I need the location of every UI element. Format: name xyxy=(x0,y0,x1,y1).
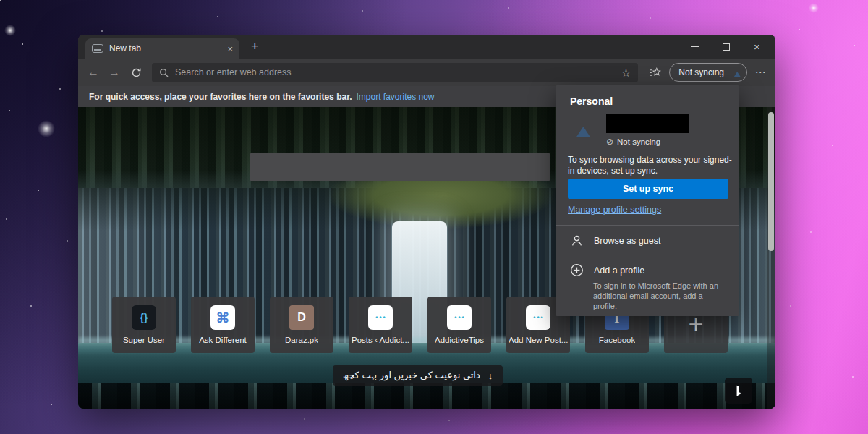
bing-logo[interactable] xyxy=(725,378,752,404)
sync-status-label: Not syncing xyxy=(617,137,660,146)
bright-star xyxy=(38,120,55,137)
site-favicon: ⌘ xyxy=(210,305,235,330)
favorite-star-icon[interactable]: ☆ xyxy=(621,67,631,78)
profile-dropdown-panel: Personal ⊘ Not syncing To sync browsing … xyxy=(556,85,739,316)
profile-button-not-syncing[interactable]: Not syncing xyxy=(669,63,747,82)
tab-close-icon[interactable]: × xyxy=(227,44,233,54)
add-profile-icon xyxy=(570,263,584,277)
browse-as-guest-label: Browse as guest xyxy=(594,236,660,246)
tile-posts-addictivetips[interactable]: ••• Posts ‹ Addict... xyxy=(349,297,412,353)
tile-label: Daraz.pk xyxy=(285,336,318,344)
search-box-redacted[interactable] xyxy=(250,153,550,181)
tab-bar: New tab × + × xyxy=(78,35,775,59)
minimize-button[interactable] xyxy=(679,35,710,59)
add-profile-item[interactable]: Add a profile xyxy=(570,263,644,277)
new-tab-button[interactable]: + xyxy=(251,39,259,54)
panel-title: Personal xyxy=(570,95,613,107)
site-favicon: ••• xyxy=(368,305,393,330)
site-favicon: ••• xyxy=(526,305,550,330)
favorites-hint-text: For quick access, place your favorites h… xyxy=(89,92,352,102)
site-favicon: {} xyxy=(132,305,156,330)
back-button[interactable]: ← xyxy=(85,66,101,79)
browse-as-guest-item[interactable]: Browse as guest xyxy=(570,234,660,247)
guest-icon xyxy=(570,234,584,247)
news-feed-caption[interactable]: ذاتی نوعیت کی خبریں اور بہت کچھ ↓ xyxy=(333,365,503,386)
sync-status: ⊘ Not syncing xyxy=(606,137,660,147)
forward-button[interactable]: → xyxy=(106,66,122,79)
window-controls: × xyxy=(679,35,773,59)
profile-button-label: Not syncing xyxy=(678,67,724,77)
tab-new-tab[interactable]: New tab × xyxy=(85,38,239,59)
address-placeholder: Search or enter web address xyxy=(175,67,615,77)
down-arrow-icon: ↓ xyxy=(488,370,493,381)
scrollbar-thumb[interactable] xyxy=(768,112,774,251)
browser-window: New tab × + × ← → xyxy=(78,35,775,409)
favorites-bar-icon[interactable] xyxy=(645,67,664,78)
tile-label: Facebook xyxy=(599,336,636,344)
tile-label: Posts ‹ Addict... xyxy=(352,336,409,344)
caption-text: ذاتی نوعیت کی خبریں اور بہت کچھ xyxy=(343,370,480,381)
address-bar[interactable]: Search or enter web address ☆ xyxy=(152,63,638,82)
desktop-background: New tab × + × ← → xyxy=(0,0,868,434)
refresh-button[interactable] xyxy=(127,67,145,78)
maximize-button[interactable] xyxy=(710,35,741,59)
tile-ask-different[interactable]: ⌘ Ask Different xyxy=(191,297,255,353)
search-icon xyxy=(159,68,169,77)
toolbar: ← → Search or enter web address ☆ xyxy=(78,59,775,86)
profile-name-redacted xyxy=(606,114,689,133)
add-profile-label: Add a profile xyxy=(594,265,644,276)
site-favicon: D xyxy=(289,305,314,330)
sync-off-icon: ⊘ xyxy=(606,137,613,147)
refresh-icon xyxy=(131,67,142,78)
bing-b-icon xyxy=(733,384,745,398)
tile-label: Super User xyxy=(123,336,165,344)
new-tab-page-icon xyxy=(92,44,103,53)
wallpaper-rocks xyxy=(78,383,775,409)
bright-star xyxy=(809,3,819,13)
tile-label: AddictiveTips xyxy=(435,336,484,344)
window-close-button[interactable]: × xyxy=(741,35,773,59)
import-favorites-link[interactable]: Import favorites now xyxy=(356,92,434,102)
add-profile-hint: To sign in to Microsoft Edge with an add… xyxy=(593,281,726,311)
site-favicon: ••• xyxy=(447,305,472,330)
divider xyxy=(556,225,739,226)
tile-addictivetips[interactable]: ••• AddictiveTips xyxy=(427,297,491,353)
set-up-sync-button[interactable]: Set up sync xyxy=(568,179,728,199)
tile-daraz[interactable]: D Daraz.pk xyxy=(270,297,333,353)
tab-title: New tab xyxy=(109,43,221,54)
profile-avatar xyxy=(730,65,745,80)
scrollbar[interactable] xyxy=(767,107,775,409)
settings-more-icon[interactable]: ⋯ xyxy=(752,66,768,79)
tile-label: Add New Post... xyxy=(509,336,568,344)
bright-star xyxy=(4,25,16,36)
profile-avatar-large xyxy=(570,114,599,142)
tile-label: Ask Different xyxy=(199,336,247,344)
sync-description: To sync browsing data across your signed… xyxy=(568,155,732,176)
tile-super-user[interactable]: {} Super User xyxy=(112,297,176,353)
manage-profile-settings-link[interactable]: Manage profile settings xyxy=(568,205,661,215)
